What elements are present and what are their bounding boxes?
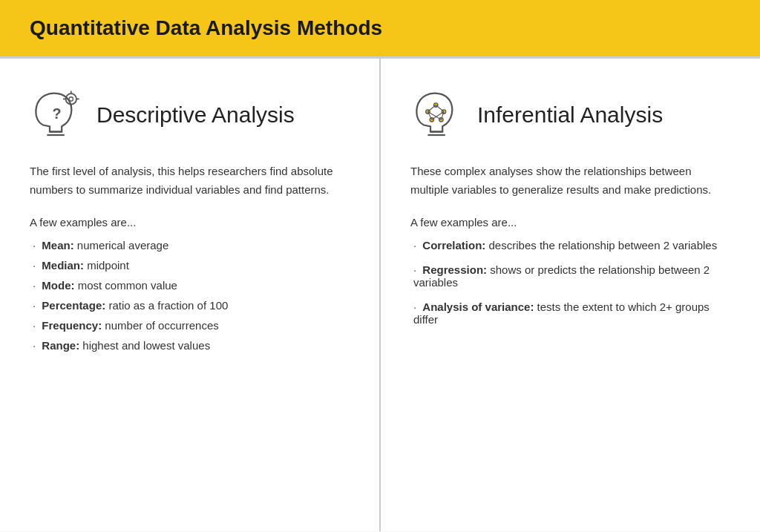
- term: Median:: [42, 259, 84, 272]
- term: Regression:: [422, 263, 487, 276]
- bullet: ·: [33, 339, 36, 352]
- term: Frequency:: [42, 319, 102, 332]
- header: Quantitative Data Analysis Methods: [0, 0, 760, 59]
- definition: ratio as a fraction of 100: [105, 299, 228, 312]
- list-item: · Mean: numerical average: [30, 239, 350, 252]
- term: Range:: [42, 339, 79, 352]
- bullet: ·: [33, 239, 36, 252]
- term: Analysis of variance:: [422, 301, 534, 313]
- inferential-panel: Inferential Analysis These complex analy…: [381, 59, 760, 531]
- bullet: ·: [413, 301, 416, 313]
- definition: numerical average: [74, 239, 169, 252]
- bullet: ·: [413, 263, 416, 276]
- descriptive-icon: ?: [30, 88, 83, 142]
- bullet: ·: [33, 319, 36, 332]
- descriptive-title: Descriptive Analysis: [96, 102, 295, 128]
- page-title: Quantitative Data Analysis Methods: [30, 16, 730, 40]
- descriptive-examples-label: A few examples are...: [30, 216, 350, 229]
- list-item: · Correlation: describes the relationshi…: [410, 239, 730, 252]
- inferential-title-row: Inferential Analysis: [410, 88, 730, 142]
- definition: number of occurrences: [102, 319, 219, 332]
- term: Correlation:: [422, 239, 485, 252]
- bullet: ·: [413, 239, 416, 252]
- list-item: · Frequency: number of occurrences: [30, 319, 350, 332]
- term: Percentage:: [42, 299, 105, 312]
- definition: midpoint: [84, 259, 129, 272]
- descriptive-examples-list: · Mean: numerical average · Median: midp…: [30, 239, 350, 352]
- svg-text:?: ?: [53, 105, 62, 122]
- definition: describes the relationship between 2 var…: [485, 239, 717, 252]
- term: Mode:: [42, 279, 74, 292]
- inferential-description: These complex analyses show the relation…: [410, 162, 730, 200]
- list-item: · Regression: shows or predicts the rela…: [410, 263, 730, 289]
- bullet: ·: [33, 259, 36, 272]
- list-item: · Percentage: ratio as a fraction of 100: [30, 299, 350, 312]
- list-item: · Analysis of variance: tests the extent…: [410, 301, 730, 326]
- definition: most common value: [75, 279, 177, 292]
- list-item: · Range: highest and lowest values: [30, 339, 350, 352]
- inferential-title: Inferential Analysis: [477, 102, 663, 128]
- svg-line-15: [436, 105, 444, 112]
- descriptive-panel: ? Descriptive Analysis The first level o…: [0, 59, 381, 531]
- svg-line-14: [428, 105, 436, 112]
- bullet: ·: [33, 279, 36, 292]
- bullet: ·: [33, 299, 36, 312]
- main-content: ? Descriptive Analysis The first level o…: [0, 59, 760, 531]
- descriptive-description: The first level of analysis, this helps …: [30, 162, 350, 200]
- svg-point-2: [69, 97, 73, 101]
- list-item: · Mode: most common value: [30, 279, 350, 292]
- list-item: · Median: midpoint: [30, 259, 350, 272]
- inferential-icon: [410, 88, 464, 142]
- term: Mean:: [42, 239, 73, 252]
- inferential-examples-label: A few examples are...: [410, 216, 730, 229]
- inferential-examples-list: · Correlation: describes the relationshi…: [410, 239, 730, 326]
- descriptive-title-row: ? Descriptive Analysis: [30, 88, 350, 142]
- definition: highest and lowest values: [79, 339, 210, 352]
